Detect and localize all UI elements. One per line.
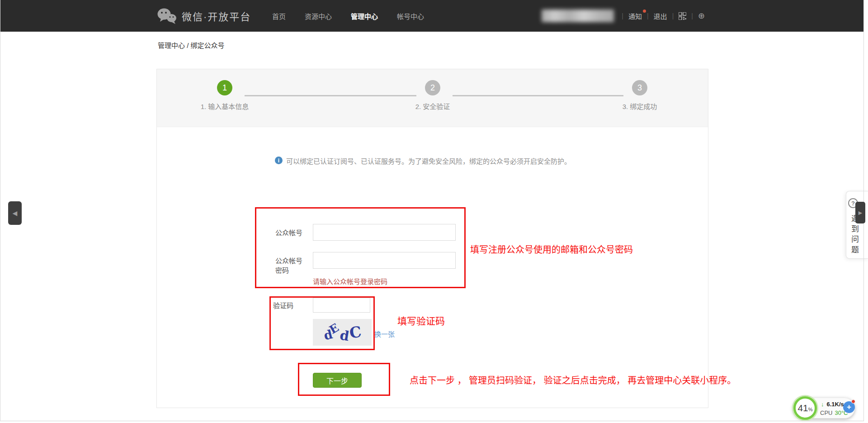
step-2-security-verify: 2 2. 安全验证 <box>387 80 478 111</box>
download-speed-value: 6.1K/s <box>827 401 844 408</box>
monitor-alert-dot <box>851 399 855 404</box>
notification-badge-dot <box>643 10 646 13</box>
step-3-label: 3. 绑定成功 <box>594 101 685 111</box>
divider: | <box>622 12 623 19</box>
logout-link[interactable]: 退出 <box>654 11 667 21</box>
wechat-open-platform-page: 微信·开放平台 首页 资源中心 管理中心 帐号中心 | 通知 | 退出 | <box>0 0 868 423</box>
step-1-circle: 1 <box>217 80 232 95</box>
nav-item-resource-center[interactable]: 资源中心 <box>305 11 332 21</box>
captcha-input[interactable] <box>313 298 370 313</box>
step-3-bind-success: 3 3. 绑定成功 <box>594 80 685 111</box>
divider: | <box>647 12 649 19</box>
captcha-refresh-link[interactable]: 换一张 <box>374 329 395 338</box>
system-monitor-widget[interactable]: 41% ↓ 6.1K/s CPU 30°C + <box>792 395 856 422</box>
step-1-basic-info: 1 1. 输入基本信息 <box>179 80 270 111</box>
step-1-label: 1. 输入基本信息 <box>179 101 270 111</box>
captcha-char: C <box>348 323 362 342</box>
download-arrow-icon: ↓ <box>821 401 824 408</box>
account-input[interactable] <box>313 224 456 241</box>
info-icon: i <box>275 157 283 164</box>
captcha-label: 验证码 <box>273 301 300 310</box>
divider: | <box>691 12 693 19</box>
stepper-section: 1 1. 输入基本信息 2 2. 安全验证 3 3. 绑定成功 <box>157 69 708 127</box>
left-arrow-icon: ◀ <box>13 209 18 217</box>
captcha-char: d <box>339 327 350 344</box>
collapse-right-tab[interactable]: ▶ <box>855 202 865 223</box>
annotation-captcha-note: 填写验证码 <box>397 314 445 327</box>
step-2-label: 2. 安全验证 <box>387 101 478 111</box>
info-notice-text: 可以绑定已认证订阅号、已认证服务号。为了避免安全风险，绑定的公众号必须开启安全防… <box>286 156 571 166</box>
notifications-link[interactable]: 通知 <box>628 11 642 21</box>
captcha-image[interactable]: d E d C <box>313 319 372 346</box>
memory-percent-unit: % <box>808 407 813 412</box>
top-bar-right: | 通知 | 退出 | | <box>542 0 705 32</box>
password-error-text: 请输入公众帐号登录密码 <box>313 276 387 286</box>
nav-item-account-center[interactable]: 帐号中心 <box>397 11 424 21</box>
main-nav: 首页 资源中心 管理中心 帐号中心 <box>272 0 424 32</box>
password-input[interactable] <box>313 252 456 269</box>
annotation-credentials-note: 填写注册公众号使用的邮箱和公众号密码 <box>470 242 633 256</box>
brand-home-link[interactable]: 微信·开放平台 <box>156 0 251 32</box>
username-blurred[interactable] <box>542 10 614 22</box>
info-notice: i 可以绑定已认证订阅号、已认证服务号。为了避免安全风险，绑定的公众号必须开启安… <box>275 156 571 166</box>
nav-item-management-center[interactable]: 管理中心 <box>351 11 378 21</box>
memory-percent-value: 41 <box>797 399 808 418</box>
divider: | <box>672 12 674 19</box>
cpu-label: CPU <box>820 409 832 416</box>
breadcrumb: 管理中心 / 绑定公众号 <box>158 40 225 50</box>
password-label: 公众帐号密码 <box>275 256 305 275</box>
wechat-logo-icon <box>156 7 177 24</box>
account-label: 公众帐号 <box>275 228 307 238</box>
annotation-next-step-note: 点击下一步 ， 管理员扫码验证， 验证之后点击完成， 再去管理中心关联小程序。 <box>410 373 736 386</box>
notifications-label: 通知 <box>628 13 642 20</box>
next-step-button[interactable]: 下一步 <box>313 373 362 388</box>
step-2-circle: 2 <box>425 80 440 95</box>
collapse-left-tab[interactable]: ◀ <box>8 201 22 225</box>
memory-gauge: 41% <box>793 396 817 420</box>
language-globe-icon[interactable] <box>698 12 705 20</box>
network-speed-row: ↓ 6.1K/s <box>821 401 844 408</box>
step-3-circle: 3 <box>632 80 647 95</box>
nav-item-home[interactable]: 首页 <box>272 11 286 21</box>
top-bar: 微信·开放平台 首页 资源中心 管理中心 帐号中心 | 通知 | 退出 | <box>0 0 864 32</box>
brand-title: 微信·开放平台 <box>182 9 251 23</box>
right-arrow-icon: ▶ <box>859 210 862 216</box>
qr-code-icon[interactable] <box>679 12 686 20</box>
